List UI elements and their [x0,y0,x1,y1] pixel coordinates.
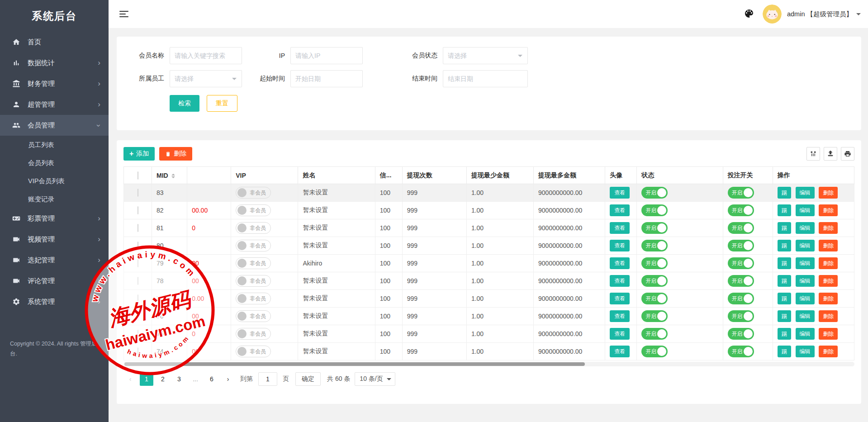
vip-toggle[interactable]: 非会员 [236,310,271,322]
row-checkbox[interactable] [138,189,138,197]
kick-button[interactable]: 踢 [778,328,791,340]
sidebar-item-1[interactable]: 数据统计 › [0,52,109,73]
admin-user-label[interactable]: admin 【超级管理员】 [787,10,853,19]
sidebar-item-8[interactable]: 评论管理 › [0,270,109,291]
search-button[interactable]: 检索 [170,95,199,112]
member-status-select[interactable]: 请选择 [443,47,528,64]
view-avatar-button[interactable]: 查看 [610,275,630,287]
edit-button[interactable]: 编辑 [796,328,815,340]
ip-input[interactable] [290,47,363,64]
view-avatar-button[interactable]: 查看 [610,310,630,322]
status-toggle[interactable]: 开启 [641,240,668,251]
row-checkbox[interactable] [138,330,138,338]
view-avatar-button[interactable]: 查看 [610,257,630,269]
kick-button[interactable]: 踢 [778,222,791,234]
theme-palette-icon[interactable] [744,8,755,20]
edit-button[interactable]: 编辑 [796,204,815,216]
end-date-input[interactable] [443,70,528,87]
sidebar-item-6[interactable]: 视频管理 › [0,229,109,250]
kick-button[interactable]: 踢 [778,204,791,216]
add-button[interactable]: +添加 [123,147,155,161]
row-checkbox[interactable] [138,206,138,214]
view-avatar-button[interactable]: 查看 [610,204,630,216]
confirm-button[interactable]: 确定 [295,372,321,386]
vip-toggle[interactable]: 非会员 [236,346,271,357]
select-all-checkbox[interactable] [138,171,138,180]
scrollbar-thumb[interactable] [124,362,585,366]
columns-filter-icon[interactable] [806,147,820,161]
sidebar-subitem-2[interactable]: VIP会员列表 [0,172,109,190]
horizontal-scrollbar[interactable] [123,362,854,366]
delete-row-button[interactable]: 删除 [819,310,838,322]
view-avatar-button[interactable]: 查看 [610,240,630,251]
status-toggle[interactable]: 开启 [641,204,668,216]
delete-row-button[interactable]: 删除 [819,240,838,251]
row-checkbox[interactable] [138,312,138,320]
kick-button[interactable]: 踢 [778,346,791,357]
bet-toggle[interactable]: 开启 [728,310,754,322]
page-number-button[interactable]: 2 [156,372,170,386]
edit-button[interactable]: 编辑 [796,240,815,251]
bet-toggle[interactable]: 开启 [728,240,754,251]
reset-button[interactable]: 重置 [207,95,237,112]
edit-button[interactable]: 编辑 [796,187,815,199]
kick-button[interactable]: 踢 [778,187,791,199]
bet-toggle[interactable]: 开启 [728,257,754,269]
vip-toggle[interactable]: 非会员 [236,204,271,216]
kick-button[interactable]: 踢 [778,257,791,269]
edit-button[interactable]: 编辑 [796,293,815,304]
row-checkbox[interactable] [138,277,138,285]
kick-button[interactable]: 踢 [778,293,791,304]
status-toggle[interactable]: 开启 [641,310,668,322]
delete-row-button[interactable]: 删除 [819,346,838,357]
sidebar-item-5[interactable]: 彩票管理 › [0,208,109,229]
edit-button[interactable]: 编辑 [796,346,815,357]
page-number-button[interactable]: 1 [140,372,153,386]
sidebar-item-4[interactable]: 会员管理 › [0,115,109,136]
sidebar-item-9[interactable]: 系统管理 › [0,291,109,312]
bet-toggle[interactable]: 开启 [728,293,754,304]
bet-toggle[interactable]: 开启 [728,328,754,340]
row-checkbox[interactable] [138,294,138,303]
row-checkbox[interactable] [138,242,138,250]
bet-toggle[interactable]: 开启 [728,187,754,199]
status-toggle[interactable]: 开启 [641,275,668,287]
page-size-select[interactable]: 10 条/页 [355,372,395,386]
bet-toggle[interactable]: 开启 [728,222,754,234]
view-avatar-button[interactable]: 查看 [610,187,630,199]
delete-button[interactable]: 删除 [159,147,192,161]
status-toggle[interactable]: 开启 [641,222,668,234]
member-name-input[interactable] [170,47,242,64]
view-avatar-button[interactable]: 查看 [610,346,630,357]
page-prev-button[interactable]: ‹ [123,372,137,386]
view-avatar-button[interactable]: 查看 [610,293,630,304]
sidebar-item-3[interactable]: 超管管理 › [0,94,109,115]
delete-row-button[interactable]: 删除 [819,204,838,216]
sidebar-item-2[interactable]: 财务管理 › [0,73,109,94]
page-next-button[interactable]: › [221,372,235,386]
kick-button[interactable]: 踢 [778,240,791,251]
sidebar-subitem-1[interactable]: 会员列表 [0,154,109,172]
vip-toggle[interactable]: 非会员 [236,293,271,304]
sidebar-item-0[interactable]: 首页 [0,32,109,52]
chevron-down-icon[interactable] [856,13,861,18]
kick-button[interactable]: 踢 [778,275,791,287]
status-toggle[interactable]: 开启 [641,293,668,304]
edit-button[interactable]: 编辑 [796,222,815,234]
delete-row-button[interactable]: 删除 [819,328,838,340]
vip-toggle[interactable]: 非会员 [236,222,271,234]
vip-toggle[interactable]: 非会员 [236,275,271,287]
bet-toggle[interactable]: 开启 [728,204,754,216]
edit-button[interactable]: 编辑 [796,275,815,287]
staff-select[interactable]: 请选择 [170,70,242,87]
delete-row-button[interactable]: 删除 [819,293,838,304]
delete-row-button[interactable]: 删除 [819,275,838,287]
vip-toggle[interactable]: 非会员 [236,187,271,199]
export-icon[interactable] [824,147,837,161]
row-checkbox[interactable] [138,259,138,267]
page-number-button[interactable]: 6 [205,372,218,386]
sidebar-subitem-0[interactable]: 员工列表 [0,136,109,154]
bet-toggle[interactable]: 开启 [728,275,754,287]
row-checkbox[interactable] [138,224,138,232]
vip-toggle[interactable]: 非会员 [236,257,271,269]
